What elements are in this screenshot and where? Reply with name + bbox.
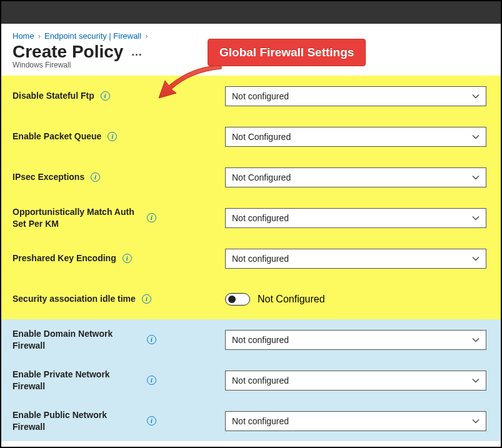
chevron-right-icon: ›	[38, 31, 41, 41]
setting-dropdown[interactable]: Not configured	[225, 330, 486, 350]
dropdown-value: Not configured	[232, 335, 289, 345]
setting-label: Opportunistically Match Auth Set Per KMi	[13, 206, 156, 229]
setting-control: Not Configured	[156, 293, 489, 306]
setting-control: Not Configured	[156, 167, 489, 187]
setting-row: Disable Stateful FtpiNot configured	[1, 76, 501, 116]
setting-label-text: Enable Private Network Firewall	[13, 369, 141, 391]
page-title: Create Policy	[13, 42, 123, 62]
setting-label-text: Opportunistically Match Auth Set Per KM	[13, 206, 141, 229]
setting-label-text: Preshared Key Encoding	[13, 252, 116, 264]
dropdown-value: Not configured	[232, 91, 289, 101]
setting-control: Not configured	[156, 371, 489, 391]
setting-dropdown[interactable]: Not configured	[225, 411, 486, 431]
setting-label-text: Disable Stateful Ftp	[13, 90, 94, 101]
toggle-row: Not Configured	[225, 293, 489, 306]
dropdown-value: Not configured	[232, 416, 289, 426]
info-icon[interactable]: i	[108, 132, 117, 141]
setting-control: Not configured	[156, 330, 489, 350]
setting-dropdown[interactable]: Not configured	[225, 86, 486, 106]
page-content: Home › Endpoint security | Firewall › Cr…	[1, 24, 501, 441]
setting-label-text: Enable Public Network Firewall	[13, 409, 141, 432]
setting-label-text: Enable Packet Queue	[13, 131, 101, 142]
setting-label: Enable Domain Network Firewalli	[13, 328, 156, 351]
setting-row: Enable Packet QueueiNot Configured	[1, 116, 501, 157]
info-icon[interactable]: i	[123, 254, 132, 263]
setting-row: Enable Domain Network FirewalliNot confi…	[1, 319, 501, 360]
setting-dropdown[interactable]: Not configured	[225, 249, 486, 269]
setting-row: Opportunistically Match Auth Set Per KMi…	[1, 197, 501, 238]
setting-label: Security association idle timei	[13, 293, 156, 304]
setting-row: Security association idle timeiNot Confi…	[1, 279, 501, 319]
setting-label-text: Security association idle time	[13, 293, 136, 304]
setting-row: Enable Public Network FirewalliNot confi…	[1, 401, 501, 441]
setting-row: Preshared Key EncodingiNot configured	[1, 238, 501, 279]
dropdown-value: Not configured	[232, 213, 289, 223]
setting-dropdown[interactable]: Not Configured	[225, 127, 486, 147]
toggle-value: Not Configured	[258, 294, 325, 305]
setting-label-text: Enable Domain Network Firewall	[13, 328, 141, 351]
chevron-down-icon	[472, 214, 479, 222]
dropdown-value: Not configured	[232, 254, 289, 264]
setting-row: Enable Private Network FirewalliNot conf…	[1, 360, 501, 401]
chevron-down-icon	[472, 417, 479, 425]
info-icon[interactable]: i	[147, 213, 156, 222]
setting-label-text: IPsec Exceptions	[13, 171, 84, 182]
setting-control: Not Configured	[156, 127, 489, 147]
setting-control: Not configured	[156, 411, 489, 431]
callout-label: Global Firewall Settings	[208, 39, 366, 66]
setting-dropdown[interactable]: Not configured	[225, 371, 486, 391]
info-icon[interactable]: i	[147, 416, 156, 426]
chevron-down-icon	[472, 133, 479, 141]
chevron-right-icon: ›	[145, 31, 148, 41]
setting-dropdown[interactable]: Not Configured	[225, 167, 486, 187]
annotation-arrow	[159, 66, 228, 106]
chevron-down-icon	[472, 92, 479, 100]
chevron-down-icon	[472, 377, 479, 384]
info-icon[interactable]: i	[147, 376, 156, 385]
setting-row: IPsec ExceptionsiNot Configured	[1, 157, 501, 197]
global-settings-section: Disable Stateful FtpiNot configuredEnabl…	[1, 76, 501, 319]
toggle-knob	[228, 296, 236, 303]
dropdown-value: Not Configured	[232, 172, 291, 182]
setting-label: Enable Public Network Firewalli	[13, 409, 156, 432]
setting-toggle[interactable]	[225, 293, 250, 306]
setting-control: Not configured	[156, 249, 489, 269]
info-icon[interactable]: i	[142, 294, 151, 304]
info-icon[interactable]: i	[91, 172, 100, 182]
chevron-down-icon	[472, 255, 479, 262]
annotation-callout: Global Firewall Settings	[208, 39, 366, 66]
setting-dropdown[interactable]: Not configured	[225, 208, 486, 228]
setting-label: Disable Stateful Ftpi	[13, 90, 156, 101]
setting-label: Preshared Key Encodingi	[13, 252, 156, 264]
more-actions-button[interactable]: …	[131, 46, 143, 57]
info-icon[interactable]: i	[101, 91, 110, 101]
info-icon[interactable]: i	[147, 335, 156, 344]
dropdown-value: Not Configured	[232, 132, 291, 142]
top-navbar	[1, 1, 501, 24]
dropdown-value: Not configured	[232, 376, 289, 386]
setting-label: IPsec Exceptionsi	[13, 171, 156, 182]
setting-label: Enable Packet Queuei	[13, 131, 156, 142]
network-firewall-section: Enable Domain Network FirewalliNot confi…	[1, 319, 501, 441]
chevron-down-icon	[472, 174, 479, 181]
breadcrumb-home[interactable]: Home	[13, 31, 34, 41]
setting-label: Enable Private Network Firewalli	[13, 369, 156, 391]
chevron-down-icon	[472, 336, 479, 344]
setting-control: Not configured	[156, 208, 489, 228]
breadcrumb-endpoint-security[interactable]: Endpoint security | Firewall	[44, 31, 141, 41]
